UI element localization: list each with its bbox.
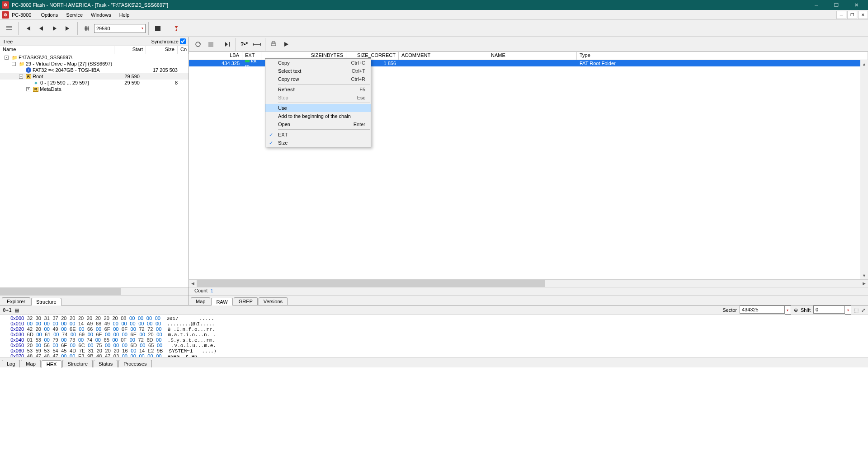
sector-dropdown[interactable]: ▾	[785, 306, 791, 315]
col-cn[interactable]: Cn	[178, 46, 189, 54]
menubar: ⚙ PC-3000 Options Service Windows Help ─…	[0, 10, 868, 20]
th-name[interactable]: NAME	[488, 52, 577, 60]
folder-icon: 📁	[11, 55, 17, 61]
menu-item[interactable]: Add to the beginning of the chain	[265, 112, 371, 120]
skip-icon[interactable]	[221, 38, 234, 51]
check-icon: ✓	[265, 140, 276, 146]
menu-windows[interactable]: Windows	[87, 11, 115, 19]
tab-versions[interactable]: Versions	[259, 297, 288, 305]
hex-tool-icon[interactable]: ▤	[14, 307, 19, 313]
maximize-button[interactable]: ❐	[826, 0, 846, 10]
tab-processes[interactable]: Processes	[118, 360, 151, 367]
toolbar-tasks-icon[interactable]	[3, 22, 15, 35]
menu-item[interactable]: Select textCtrl+T	[265, 67, 371, 75]
tab-explorer[interactable]: Explorer	[2, 297, 30, 305]
synchronize-checkbox[interactable]: Synchronize	[151, 38, 186, 44]
check-icon: ✓	[265, 132, 276, 138]
tool-icon[interactable]	[170, 22, 183, 35]
nav-prev-icon[interactable]	[35, 22, 47, 35]
tab-hex[interactable]: HEX	[42, 360, 62, 368]
shift-dropdown[interactable]: ▾	[845, 306, 851, 315]
tab-grep[interactable]: GREP	[234, 297, 258, 305]
menu-item[interactable]: ✓Size	[265, 139, 371, 147]
position-input[interactable]	[94, 24, 139, 33]
col-name[interactable]: Name	[0, 46, 114, 54]
tab-structure2[interactable]: Structure	[62, 360, 93, 367]
position-dropdown[interactable]: ▾	[139, 24, 146, 33]
mdi-restore[interactable]: ❐	[847, 11, 857, 19]
left-tabs: Explorer Structure	[0, 295, 189, 305]
tree-row[interactable]: -RRoot29 590	[0, 73, 189, 80]
tree-row[interactable]: iFAT32 =< 2047GB - TOSHIBA17 205 503	[0, 67, 189, 73]
tree-label: FAT32 =< 2047GB - TOSHIBA	[33, 67, 100, 73]
expander-icon[interactable]: -	[12, 62, 16, 66]
nav-last-icon[interactable]	[62, 22, 75, 35]
th-ext[interactable]: EXT	[242, 52, 261, 60]
tab-structure[interactable]: Structure	[31, 298, 61, 306]
cell-lba: 434 325	[189, 61, 242, 66]
stop-icon[interactable]	[151, 22, 164, 35]
window-title: PC-3000 Flash - NORTH AMERICA - [Task - …	[12, 2, 807, 8]
play-icon[interactable]	[280, 38, 292, 51]
tree-title: Tree	[3, 39, 13, 44]
hex-header: 0→1 ▤ Sector ▾ ⊕ Shift ▾ ⬚ ⤢	[0, 305, 868, 315]
th-comment[interactable]: ACOMMENT	[399, 52, 488, 60]
refresh-icon[interactable]	[192, 38, 204, 51]
titlebar: ⚙ PC-3000 Flash - NORTH AMERICA - [Task …	[0, 0, 868, 10]
lock-icon[interactable]: ⊕	[794, 307, 798, 313]
menu-item: StopEsc	[265, 94, 371, 102]
menu-item[interactable]: OpenEnter	[265, 120, 371, 128]
nav-first-icon[interactable]	[21, 22, 34, 35]
menu-help[interactable]: Help	[115, 11, 134, 19]
menu-item[interactable]: Use	[265, 104, 371, 112]
filter-icon[interactable]: ?•*	[238, 38, 250, 51]
minimize-button[interactable]: ─	[807, 0, 826, 10]
expander-icon[interactable]: +	[26, 87, 30, 91]
tree-body[interactable]: -📁F:\TASKS\20_SSS6697\-📁29 - Virtual Dri…	[0, 54, 189, 287]
tree-row[interactable]: ◆0 - [ 29 590 ... 29 597]29 5908	[0, 80, 189, 86]
menu-item[interactable]: Copy rowCtrl+R	[265, 75, 371, 83]
th-lba[interactable]: LBA	[189, 52, 242, 60]
expander-icon[interactable]: -	[5, 56, 9, 60]
hex-view[interactable]: 0x000 32 30 31 37 20 20 20 20 20 20 20 0…	[0, 315, 868, 357]
context-menu[interactable]: CopyCtrl+CSelect textCtrl+TCopy rowCtrl+…	[265, 58, 371, 147]
nav-next-icon[interactable]	[48, 22, 61, 35]
range-icon[interactable]	[250, 38, 263, 51]
sector-input[interactable]	[740, 306, 785, 314]
print-icon[interactable]	[267, 38, 280, 51]
tree-row[interactable]: -📁F:\TASKS\20_SSS6697\	[0, 54, 189, 61]
mdi-minimize[interactable]: ─	[836, 11, 846, 19]
tree-row[interactable]: +RMetaData	[0, 86, 189, 92]
tab-map[interactable]: Map	[191, 297, 210, 305]
shift-input[interactable]	[813, 306, 845, 314]
col-start[interactable]: Start	[114, 46, 146, 54]
grid-icon[interactable]	[80, 22, 93, 35]
col-size[interactable]: Size	[146, 46, 178, 54]
hex-btn2-icon[interactable]: ⤢	[861, 307, 865, 313]
table-hscroll[interactable]: ◄►	[189, 279, 868, 287]
expander-icon[interactable]: -	[19, 75, 23, 79]
tree-label: 0 - [ 29 590 ... 29 597]	[40, 80, 89, 85]
tree-label: 29 - Virtual Drive - Map [27] (SSS6697)	[26, 61, 112, 66]
svg-rect-0	[6, 26, 12, 28]
tab-raw[interactable]: RAW	[211, 298, 232, 306]
tree-hscroll[interactable]	[0, 287, 189, 295]
th-type[interactable]: Type	[577, 52, 868, 60]
tab-map2[interactable]: Map	[21, 360, 40, 367]
tree-label: F:\TASKS\20_SSS6697\	[19, 55, 72, 60]
tree-row[interactable]: -📁29 - Virtual Drive - Map [27] (SSS6697…	[0, 61, 189, 67]
close-button[interactable]: ✕	[846, 0, 866, 10]
main-toolbar: ▾	[0, 20, 868, 37]
menu-options[interactable]: Options	[37, 11, 62, 19]
stop2-icon[interactable]	[204, 38, 217, 51]
tab-log[interactable]: Log	[2, 360, 20, 367]
menu-item[interactable]: CopyCtrl+C	[265, 59, 371, 67]
menu-item[interactable]: ✓EXT	[265, 131, 371, 139]
menu-service[interactable]: Service	[62, 11, 87, 19]
folder-icon: 📁	[19, 61, 24, 67]
tab-status[interactable]: Status	[94, 360, 118, 367]
menu-item[interactable]: RefreshF5	[265, 85, 371, 94]
mdi-close[interactable]: ✕	[858, 11, 868, 19]
table-vscroll[interactable]: ▲▼	[860, 60, 868, 279]
hex-btn1-icon[interactable]: ⬚	[854, 307, 859, 313]
